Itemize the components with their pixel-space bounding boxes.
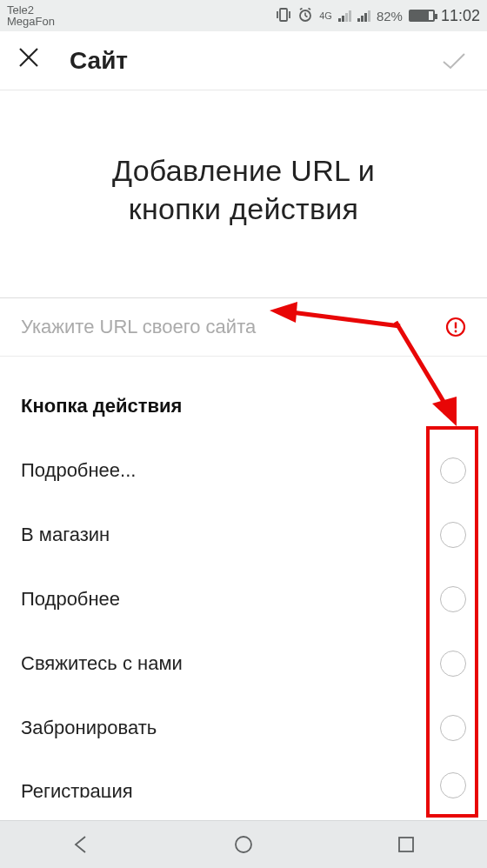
option-label: Подробнее — [21, 588, 120, 611]
option-row[interactable]: Забронировать — [0, 696, 487, 760]
alarm-icon — [297, 7, 313, 25]
svg-line-7 — [309, 8, 311, 10]
clock: 11:02 — [441, 7, 480, 25]
battery-pct: 82% — [377, 9, 403, 23]
nav-back-icon[interactable] — [69, 832, 93, 857]
options-list: Подробнее... В магазин Подробнее Свяжите… — [0, 438, 487, 798]
nav-home-icon[interactable] — [231, 832, 256, 857]
hero-line-1: Добавление URL и — [112, 154, 375, 187]
option-row[interactable]: Свяжитесь с нами — [0, 631, 487, 696]
option-row[interactable]: Подробнее... — [0, 438, 487, 503]
section-title: Кнопка действия — [0, 357, 487, 438]
radio-button[interactable] — [440, 715, 466, 741]
carrier-labels: Tele2 MegaFon — [7, 4, 55, 27]
radio-button[interactable] — [440, 772, 466, 798]
app-header: Сайт — [0, 31, 487, 90]
signal-2-icon — [357, 10, 370, 22]
signal-1-icon — [338, 10, 351, 22]
battery-icon — [409, 10, 435, 22]
radio-button[interactable] — [440, 651, 466, 677]
page-title: Сайт — [70, 47, 438, 75]
confirm-icon[interactable] — [438, 45, 470, 77]
option-row[interactable]: Подробнее — [0, 567, 487, 631]
radio-button[interactable] — [440, 586, 466, 612]
status-bar: Tele2 MegaFon 4G 82% 11:02 — [0, 0, 487, 31]
option-label: Подробнее... — [21, 459, 136, 482]
alert-icon — [445, 317, 466, 337]
svg-line-6 — [300, 8, 303, 10]
svg-rect-18 — [399, 838, 413, 851]
net-label: 4G — [319, 10, 332, 21]
hero-line-2: кнопки действия — [129, 192, 359, 225]
close-icon[interactable] — [17, 46, 45, 75]
carrier-2: MegaFon — [7, 16, 55, 27]
url-input-row[interactable]: Укажите URL своего сайта — [0, 297, 487, 357]
vibrate-icon — [276, 8, 291, 24]
option-row[interactable]: В магазин — [0, 503, 487, 567]
url-input-placeholder: Укажите URL своего сайта — [21, 316, 256, 338]
option-label: Свяжитесь с нами — [21, 652, 183, 675]
radio-button[interactable] — [440, 522, 466, 548]
svg-point-12 — [455, 331, 457, 333]
svg-rect-0 — [280, 9, 287, 21]
radio-button[interactable] — [440, 457, 466, 484]
option-label: Регистрация — [21, 780, 133, 798]
option-label: Забронировать — [21, 717, 157, 739]
hero-heading: Добавление URL и кнопки действия — [0, 90, 487, 297]
option-label: В магазин — [21, 524, 110, 546]
option-row[interactable]: Регистрация — [0, 760, 487, 798]
status-right: 4G 82% 11:02 — [276, 7, 480, 25]
svg-line-5 — [305, 16, 308, 17]
svg-point-17 — [236, 837, 251, 852]
android-nav-bar — [0, 820, 487, 868]
nav-recent-icon[interactable] — [394, 832, 418, 857]
